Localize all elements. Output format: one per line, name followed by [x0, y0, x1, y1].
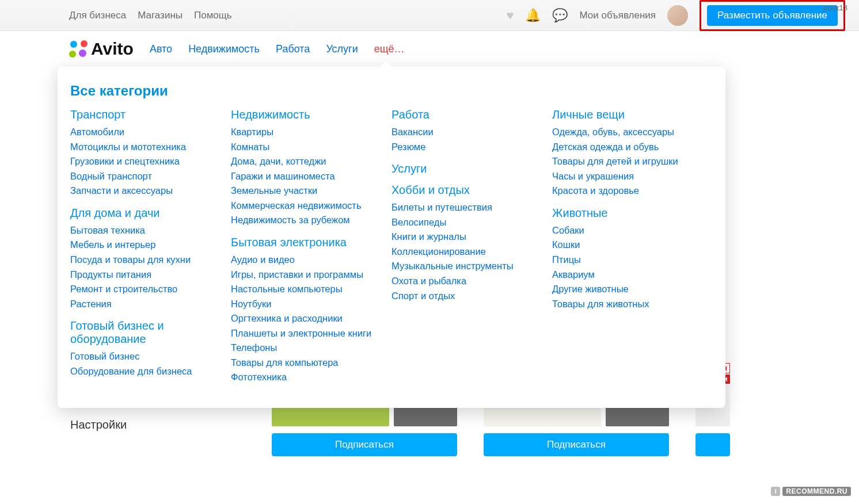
- cat-link[interactable]: Собаки: [552, 223, 701, 238]
- cat-link[interactable]: Оборудование для бизнеса: [70, 364, 219, 379]
- cat-link[interactable]: Коммерческая недвижимость: [231, 198, 380, 213]
- logo[interactable]: Avito: [69, 39, 134, 59]
- cat-link[interactable]: Вакансии: [392, 125, 541, 140]
- subscribe-button[interactable]: [695, 433, 730, 456]
- link-shops[interactable]: Магазины: [138, 10, 183, 21]
- nav-services[interactable]: Услуги: [326, 43, 358, 55]
- cat-link[interactable]: Ноутбуки: [231, 297, 380, 312]
- cat-personal[interactable]: Личные вещи: [552, 108, 701, 121]
- link-business[interactable]: Для бизнеса: [69, 10, 126, 21]
- cat-link[interactable]: Продукты питания: [70, 268, 219, 282]
- cat-link[interactable]: Фототехника: [231, 370, 380, 385]
- cat-link[interactable]: Земельные участки: [231, 184, 380, 198]
- cat-link[interactable]: Аквариум: [552, 268, 701, 282]
- cat-link[interactable]: Растения: [70, 297, 219, 312]
- cat-link[interactable]: Автомобили: [70, 125, 219, 140]
- cat-link[interactable]: Оргтехника и расходники: [231, 311, 380, 326]
- cat-link[interactable]: Музыкальные инструменты: [392, 259, 541, 274]
- mega-title[interactable]: Все категории: [70, 83, 713, 99]
- cat-electronics[interactable]: Бытовая электроника: [231, 236, 380, 249]
- mega-col-4: Личные вещи Одежда, обувь, аксессуары Де…: [552, 108, 713, 385]
- nav-realty[interactable]: Недвижимость: [188, 43, 260, 55]
- cat-jobs[interactable]: Работа: [392, 108, 541, 121]
- cat-link[interactable]: Товары для компьютера: [231, 356, 380, 371]
- logo-icon: [69, 40, 88, 58]
- cat-link[interactable]: Товары для животных: [552, 297, 701, 312]
- cat-link[interactable]: Охота и рыбалка: [392, 274, 541, 289]
- cat-link[interactable]: Часы и украшения: [552, 169, 701, 184]
- cat-link[interactable]: Красота и здоровье: [552, 184, 701, 198]
- cat-link[interactable]: Водный транспорт: [70, 169, 219, 184]
- cat-link[interactable]: Ремонт и строительство: [70, 282, 219, 297]
- cat-link[interactable]: Птицы: [552, 253, 701, 268]
- cat-link[interactable]: Коллекционирование: [392, 245, 541, 259]
- cat-link[interactable]: Книги и журналы: [392, 230, 541, 245]
- mega-menu: Все категории Транспорт Автомобили Мотоц…: [58, 67, 725, 408]
- post-ad-button[interactable]: Разместить объявление: [707, 5, 838, 26]
- link-help[interactable]: Помощь: [194, 10, 232, 21]
- cat-services[interactable]: Услуги: [392, 162, 541, 175]
- cat-transport[interactable]: Транспорт: [70, 108, 219, 121]
- cat-link[interactable]: Грузовики и спецтехника: [70, 154, 219, 169]
- cat-link[interactable]: Детская одежда и обувь: [552, 140, 701, 155]
- nav-more[interactable]: ещё…: [374, 43, 405, 55]
- cat-link[interactable]: Билеты и путешествия: [392, 200, 541, 215]
- topbar: Для бизнеса Магазины Помощь ♥ 🔔 💬 Мои об…: [0, 0, 859, 31]
- cat-link[interactable]: Кошки: [552, 238, 701, 253]
- cat-link[interactable]: Гаражи и машиноместа: [231, 169, 380, 184]
- cat-link[interactable]: Бытовая техника: [70, 223, 219, 238]
- mega-col-2: Недвижимость Квартиры Комнаты Дома, дачи…: [231, 108, 392, 385]
- nav-jobs[interactable]: Работа: [276, 43, 310, 55]
- cat-link[interactable]: Мотоциклы и мототехника: [70, 140, 219, 155]
- sidebar-settings[interactable]: Настройки: [70, 418, 155, 432]
- username: jrcuk13: [823, 3, 847, 12]
- cat-link[interactable]: Велосипеды: [392, 215, 541, 230]
- link-my-ads[interactable]: Мои объявления: [579, 10, 656, 21]
- nav-row: Avito Авто Недвижимость Работа Услуги ещ…: [0, 31, 859, 67]
- mega-col-3: Работа Вакансии Резюме Услуги Хобби и от…: [392, 108, 552, 385]
- cat-link[interactable]: Игры, приставки и программы: [231, 268, 380, 282]
- favorites-icon[interactable]: ♥: [506, 8, 514, 23]
- cat-link[interactable]: Настольные компьютеры: [231, 282, 380, 297]
- cat-animals[interactable]: Животные: [552, 207, 701, 220]
- cat-link[interactable]: Запчасти и аксессуары: [70, 184, 219, 198]
- cat-link[interactable]: Посуда и товары для кухни: [70, 253, 219, 268]
- cat-home[interactable]: Для дома и дачи: [70, 207, 219, 220]
- notifications-icon[interactable]: 🔔: [525, 8, 541, 23]
- cat-link[interactable]: Одежда, обувь, аксессуары: [552, 125, 701, 140]
- cat-link[interactable]: Товары для детей и игрушки: [552, 154, 701, 169]
- cat-link[interactable]: Планшеты и электронные книги: [231, 326, 380, 341]
- cat-link[interactable]: Мебель и интерьер: [70, 238, 219, 253]
- cat-link[interactable]: Спорт и отдых: [392, 289, 541, 304]
- cat-link[interactable]: Комнаты: [231, 140, 380, 155]
- cat-hobby[interactable]: Хобби и отдых: [392, 184, 541, 197]
- cat-link[interactable]: Дома, дачи, коттеджи: [231, 154, 380, 169]
- messages-icon[interactable]: 💬: [552, 8, 568, 23]
- cat-link[interactable]: Аудио и видео: [231, 253, 380, 268]
- subscribe-button[interactable]: Подписаться: [272, 433, 457, 456]
- cat-link[interactable]: Квартиры: [231, 125, 380, 140]
- nav-auto[interactable]: Авто: [150, 43, 172, 55]
- cat-realty[interactable]: Недвижимость: [231, 108, 380, 121]
- watermark: I RECOMMEND.RU: [771, 487, 851, 496]
- subscribe-button[interactable]: Подписаться: [484, 433, 669, 456]
- cat-business[interactable]: Готовый бизнес и оборудование: [70, 319, 219, 346]
- cat-link[interactable]: Телефоны: [231, 341, 380, 356]
- avatar[interactable]: [667, 5, 688, 26]
- cat-link[interactable]: Недвижимость за рубежом: [231, 213, 380, 228]
- cat-link[interactable]: Другие животные: [552, 282, 701, 297]
- cat-link[interactable]: Готовый бизнес: [70, 349, 219, 364]
- cat-link[interactable]: Резюме: [392, 140, 541, 155]
- mega-col-1: Транспорт Автомобили Мотоциклы и мототех…: [70, 108, 231, 385]
